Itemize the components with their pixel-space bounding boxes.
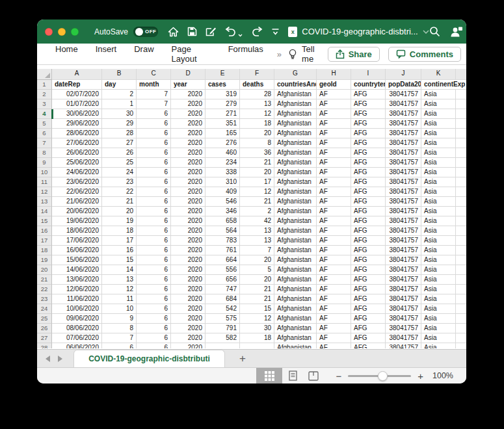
cell-D18[interactable]: 2020: [171, 246, 206, 255]
row-header-20[interactable]: 20: [37, 265, 52, 275]
cell-E24[interactable]: 542: [206, 304, 240, 314]
cell-partial-4[interactable]: [456, 109, 466, 119]
cell-A23[interactable]: 11/06/2020: [52, 294, 102, 304]
cell-C20[interactable]: 6: [137, 265, 171, 275]
cell-E22[interactable]: 747: [206, 285, 240, 294]
redo-icon[interactable]: [251, 27, 263, 37]
cell-I22[interactable]: AFG: [351, 285, 386, 294]
cell-J18[interactable]: 38041757: [386, 246, 421, 255]
cell-D14[interactable]: 2020: [171, 207, 206, 216]
cell-F18[interactable]: 7: [240, 246, 274, 255]
cell-partial-14[interactable]: [456, 207, 466, 216]
cell-D7[interactable]: 2020: [171, 138, 206, 148]
cell-E6[interactable]: 165: [206, 129, 240, 138]
cell-K24[interactable]: Asia: [421, 304, 456, 314]
cell-J2[interactable]: 38041757: [386, 90, 421, 99]
cell-B9[interactable]: 25: [102, 158, 137, 168]
normal-view-button[interactable]: [256, 368, 282, 384]
cell-I25[interactable]: AFG: [351, 314, 386, 324]
cell-F11[interactable]: 17: [240, 177, 274, 187]
cell-K14[interactable]: Asia: [421, 207, 456, 216]
cell-J11[interactable]: 38041757: [386, 177, 421, 187]
cell-J23[interactable]: 38041757: [386, 294, 421, 304]
cell-E3[interactable]: 279: [206, 99, 240, 109]
cell-F6[interactable]: 20: [240, 129, 274, 138]
cell-K7[interactable]: Asia: [421, 138, 456, 148]
document-title[interactable]: COVID-19-geographic-disbtri...: [302, 27, 418, 36]
cell-C28[interactable]: 6: [137, 343, 171, 348]
cell-I4[interactable]: AFG: [351, 109, 386, 119]
cell-K17[interactable]: Asia: [421, 236, 456, 246]
cell-B2[interactable]: 2: [102, 90, 137, 99]
cell-G15[interactable]: Afghanistan: [274, 216, 317, 226]
cell-B12[interactable]: 22: [102, 187, 137, 197]
cell-F24[interactable]: 15: [240, 304, 274, 314]
cell-A14[interactable]: 20/06/2020: [52, 207, 102, 216]
cell-I12[interactable]: AFG: [351, 187, 386, 197]
cell-B13[interactable]: 21: [102, 197, 137, 207]
cell-H21[interactable]: AF: [317, 275, 351, 285]
row-header-9[interactable]: 9: [37, 158, 52, 168]
cell-E18[interactable]: 761: [206, 246, 240, 255]
search-icon[interactable]: [429, 26, 440, 37]
cell-I7[interactable]: AFG: [351, 138, 386, 148]
cell-A19[interactable]: 15/06/2020: [52, 255, 102, 265]
cell-A13[interactable]: 21/06/2020: [52, 197, 102, 207]
row-header-21[interactable]: 21: [37, 275, 52, 285]
cell-partial-5[interactable]: [456, 119, 466, 129]
minimize-button[interactable]: [58, 28, 66, 36]
cell-H27[interactable]: AF: [317, 333, 351, 343]
cell-partial-23[interactable]: [456, 294, 466, 304]
add-sheet-button[interactable]: +: [239, 353, 246, 364]
cell-A20[interactable]: 14/06/2020: [52, 265, 102, 275]
cell-G12[interactable]: Afghanistan: [274, 187, 317, 197]
cell-H16[interactable]: AF: [317, 226, 351, 236]
cell-J17[interactable]: 38041757: [386, 236, 421, 246]
cell-E26[interactable]: 791: [206, 324, 240, 333]
cell-A25[interactable]: 09/06/2020: [52, 314, 102, 324]
cell-B16[interactable]: 18: [102, 226, 137, 236]
cell-I9[interactable]: AFG: [351, 158, 386, 168]
page-layout-view-button[interactable]: [282, 368, 303, 384]
cell-J14[interactable]: 38041757: [386, 207, 421, 216]
cell-A3[interactable]: 01/07/2020: [52, 99, 102, 109]
cell-D15[interactable]: 2020: [171, 216, 206, 226]
cell-D27[interactable]: 2020: [171, 333, 206, 343]
cell-F8[interactable]: 36: [240, 148, 274, 158]
cell-partial-15[interactable]: [456, 216, 466, 226]
cell-E5[interactable]: 351: [206, 119, 240, 129]
cell-D28[interactable]: 2020: [171, 343, 206, 348]
cell-J9[interactable]: 38041757: [386, 158, 421, 168]
cell-G26[interactable]: Afghanistan: [274, 324, 317, 333]
cell-J16[interactable]: 38041757: [386, 226, 421, 236]
cell-J20[interactable]: 38041757: [386, 265, 421, 275]
ribbon-tab-formulas[interactable]: Formulas: [228, 44, 263, 64]
cell-D1[interactable]: year: [171, 80, 206, 90]
cell-G18[interactable]: Afghanistan: [274, 246, 317, 255]
cell-D13[interactable]: 2020: [171, 197, 206, 207]
home-icon[interactable]: [168, 27, 179, 37]
row-header-27[interactable]: 27: [37, 333, 52, 343]
cell-F7[interactable]: 8: [240, 138, 274, 148]
cell-D5[interactable]: 2020: [171, 119, 206, 129]
cell-H26[interactable]: AF: [317, 324, 351, 333]
cell-A6[interactable]: 28/06/2020: [52, 129, 102, 138]
cell-J8[interactable]: 38041757: [386, 148, 421, 158]
cell-K21[interactable]: Asia: [421, 275, 456, 285]
cell-B3[interactable]: 1: [102, 99, 137, 109]
cell-I10[interactable]: AFG: [351, 168, 386, 177]
cell-K18[interactable]: Asia: [421, 246, 456, 255]
tell-me-button[interactable]: Tell me: [302, 44, 328, 64]
cell-K2[interactable]: Asia: [421, 90, 456, 99]
cell-E15[interactable]: 658: [206, 216, 240, 226]
cell-H8[interactable]: AF: [317, 148, 351, 158]
row-header-18[interactable]: 18: [37, 246, 52, 255]
cell-E14[interactable]: 346: [206, 207, 240, 216]
next-sheet-arrow-icon[interactable]: [58, 356, 62, 362]
cell-K25[interactable]: Asia: [421, 314, 456, 324]
row-header-8[interactable]: 8: [37, 148, 52, 158]
cell-F21[interactable]: 20: [240, 275, 274, 285]
row-header-3[interactable]: 3: [37, 99, 52, 109]
cell-E16[interactable]: 564: [206, 226, 240, 236]
column-header-K[interactable]: K: [421, 69, 456, 80]
